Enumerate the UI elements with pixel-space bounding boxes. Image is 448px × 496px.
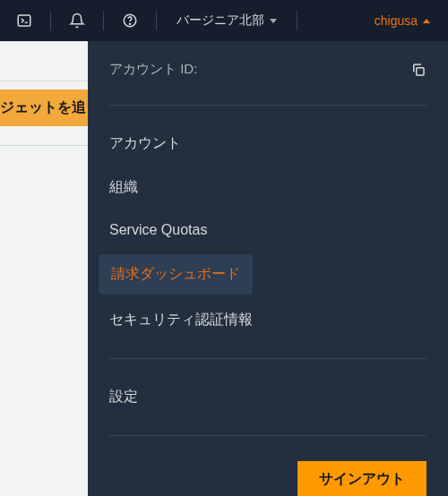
- menu-divider: [109, 105, 426, 106]
- add-widget-button-fragment[interactable]: ジェットを追: [0, 90, 88, 126]
- menu-divider: [109, 358, 426, 359]
- user-menu-button[interactable]: chigusa: [367, 13, 437, 28]
- topbar-separator: [103, 11, 104, 30]
- cloudshell-icon[interactable]: [11, 7, 38, 34]
- bell-icon[interactable]: [64, 7, 90, 34]
- topbar-separator: [156, 11, 157, 30]
- menu-item-account[interactable]: アカウント: [99, 122, 437, 166]
- menu-item-service-quotas[interactable]: Service Quotas: [99, 210, 437, 251]
- account-id-row: アカウント ID:: [88, 41, 448, 96]
- svg-rect-3: [417, 67, 424, 74]
- help-icon[interactable]: [116, 7, 143, 34]
- caret-up-icon: [423, 19, 430, 23]
- user-label: chigusa: [375, 13, 418, 28]
- menu-item-security-credentials[interactable]: セキュリティ認証情報: [99, 298, 437, 342]
- menu-item-settings[interactable]: 設定: [99, 375, 437, 419]
- topbar-separator: [297, 11, 297, 30]
- region-selector[interactable]: バージニア北部: [169, 13, 284, 29]
- menu-group-settings: 設定: [88, 368, 448, 426]
- user-dropdown: アカウント ID: アカウント 組織 Service Quotas 請求ダッシュ…: [88, 41, 448, 496]
- menu-item-billing-dashboard[interactable]: 請求ダッシュボード: [99, 254, 253, 295]
- svg-point-2: [129, 23, 130, 24]
- menu-item-organization[interactable]: 組織: [99, 166, 437, 210]
- topbar-separator: [50, 11, 51, 30]
- topbar: バージニア北部 chigusa: [0, 0, 448, 41]
- caret-down-icon: [270, 19, 277, 23]
- account-id-label: アカウント ID:: [109, 61, 197, 78]
- region-label: バージニア北部: [177, 13, 264, 29]
- signout-button[interactable]: サインアウト: [297, 461, 426, 496]
- menu-divider: [109, 435, 426, 436]
- signout-row: サインアウト: [88, 445, 448, 496]
- copy-icon[interactable]: [410, 62, 426, 78]
- menu-group-account: アカウント 組織 Service Quotas 請求ダッシュボード セキュリティ…: [88, 115, 448, 349]
